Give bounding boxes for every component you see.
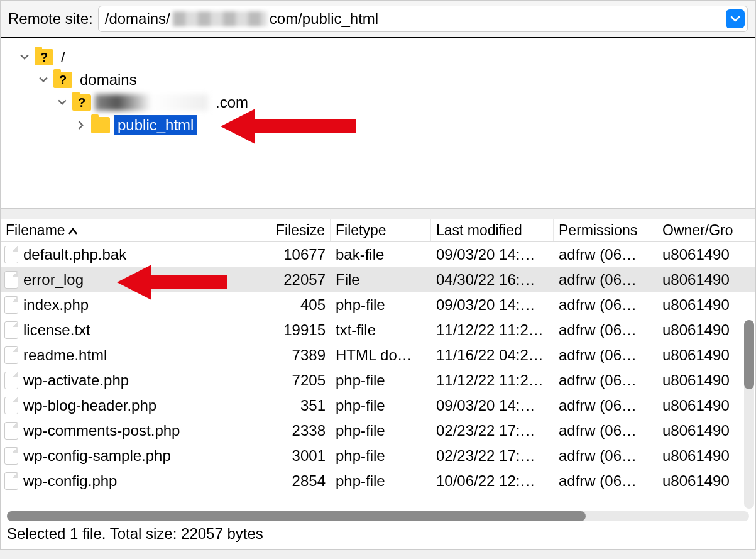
tree-node-root[interactable]: ? /: [6, 46, 750, 69]
file-type: php-file: [331, 296, 431, 314]
tree-node-public-html[interactable]: public_html: [6, 114, 750, 136]
file-name: default.php.bak: [23, 246, 126, 263]
file-icon: [4, 346, 18, 364]
file-permissions: adfrw (06…: [554, 321, 657, 339]
column-header-filetype[interactable]: Filetype: [331, 219, 431, 241]
file-size: 10677: [236, 246, 331, 263]
file-permissions: adfrw (06…: [554, 472, 657, 490]
file-row[interactable]: license.txt19915txt-file11/12/22 11:2…ad…: [1, 318, 755, 343]
file-icon: [4, 472, 18, 490]
file-owner: u8061490: [657, 346, 755, 364]
file-row[interactable]: error_log22057File04/30/22 16:…adfrw (06…: [1, 267, 755, 292]
file-icon: [4, 397, 18, 414]
file-row[interactable]: wp-comments-post.php2338php-file02/23/22…: [1, 418, 755, 443]
column-header-permissions[interactable]: Permissions: [554, 219, 657, 241]
file-type: txt-file: [331, 321, 431, 339]
file-owner: u8061490: [657, 472, 755, 490]
scrollbar-thumb[interactable]: [7, 511, 586, 521]
file-row[interactable]: wp-config-sample.php3001php-file02/23/22…: [1, 443, 755, 468]
file-icon: [4, 422, 18, 440]
file-modified: 04/30/22 16:…: [431, 271, 554, 289]
expander-icon[interactable]: [56, 96, 68, 109]
file-modified: 11/16/22 04:2…: [431, 346, 554, 364]
file-type: bak-file: [331, 246, 431, 263]
file-row[interactable]: wp-activate.php7205php-file11/12/22 11:2…: [1, 368, 755, 393]
file-permissions: adfrw (06…: [554, 397, 657, 414]
file-size: 2338: [236, 422, 331, 440]
redacted-domain: [173, 11, 267, 26]
file-owner: u8061490: [657, 246, 755, 263]
file-modified: 02/23/22 17:…: [431, 422, 554, 440]
panel-divider[interactable]: [1, 208, 755, 219]
column-header-filesize[interactable]: Filesize: [236, 219, 331, 241]
file-permissions: adfrw (06…: [554, 271, 657, 289]
expander-icon[interactable]: [37, 74, 50, 86]
folder-unknown-icon: ?: [53, 72, 72, 88]
redacted-domain-name: [95, 94, 208, 111]
file-icon: [4, 246, 18, 263]
expander-icon[interactable]: [18, 51, 31, 64]
folder-unknown-icon: ?: [35, 49, 53, 65]
chevron-down-icon: [730, 14, 740, 24]
vertical-scrollbar[interactable]: [744, 320, 754, 509]
folder-unknown-icon: ?: [72, 94, 91, 111]
tree-node-domains[interactable]: ? domains: [6, 69, 750, 91]
file-permissions: adfrw (06…: [554, 246, 657, 263]
file-permissions: adfrw (06…: [554, 372, 657, 389]
scrollbar-thumb[interactable]: [744, 320, 754, 389]
file-type: php-file: [331, 472, 431, 490]
file-icon: [4, 321, 18, 339]
remote-directory-tree[interactable]: ? / ? domains ? .com public_html: [1, 38, 755, 208]
file-name: wp-config-sample.php: [23, 447, 171, 465]
tree-node-domain[interactable]: ? .com: [6, 91, 750, 114]
file-type: File: [331, 271, 431, 289]
file-owner: u8061490: [657, 296, 755, 314]
file-name: wp-activate.php: [23, 372, 129, 389]
file-size: 7389: [236, 346, 331, 364]
file-owner: u8061490: [657, 447, 755, 465]
file-row[interactable]: wp-blog-header.php351php-file09/03/20 14…: [1, 393, 755, 418]
file-name: readme.html: [23, 346, 107, 364]
column-header-modified[interactable]: Last modified: [431, 219, 554, 241]
file-size: 351: [236, 397, 331, 414]
remote-site-label: Remote site:: [8, 10, 93, 28]
file-owner: u8061490: [657, 321, 755, 339]
remote-path-combo[interactable]: /domains/ com/public_html: [98, 6, 748, 32]
file-icon: [4, 271, 18, 289]
tree-label: /: [57, 47, 69, 67]
horizontal-scrollbar[interactable]: [7, 511, 749, 521]
file-type: php-file: [331, 372, 431, 389]
file-permissions: adfrw (06…: [554, 447, 657, 465]
folder-icon: [91, 117, 110, 133]
file-row[interactable]: default.php.bak10677bak-file09/03/20 14:…: [1, 242, 755, 267]
file-row[interactable]: wp-config.php2854php-file10/06/22 12:…ad…: [1, 468, 755, 494]
file-name: index.php: [23, 296, 89, 314]
path-prefix: /domains/: [105, 10, 170, 28]
file-owner: u8061490: [657, 397, 755, 414]
file-row-partial[interactable]: [1, 494, 755, 506]
tree-label-selected: public_html: [114, 115, 197, 135]
file-name: wp-comments-post.php: [23, 422, 180, 440]
column-headers: Filename Filesize Filetype Last modified…: [1, 219, 755, 242]
file-permissions: adfrw (06…: [554, 296, 657, 314]
tree-label: domains: [76, 70, 141, 90]
file-modified: 09/03/20 14:…: [431, 296, 554, 314]
file-permissions: adfrw (06…: [554, 422, 657, 440]
column-header-filename[interactable]: Filename: [1, 219, 236, 241]
file-modified: 09/03/20 14:…: [431, 397, 554, 414]
column-header-owner[interactable]: Owner/Gro: [657, 219, 755, 241]
file-size: 19915: [236, 321, 331, 339]
expander-icon[interactable]: [75, 119, 87, 131]
file-name: wp-blog-header.php: [23, 397, 156, 414]
file-modified: 02/23/22 17:…: [431, 447, 554, 465]
file-size: 22057: [236, 271, 331, 289]
file-size: 7205: [236, 372, 331, 389]
file-row[interactable]: index.php405php-file09/03/20 14:…adfrw (…: [1, 292, 755, 318]
path-dropdown-button[interactable]: [726, 9, 745, 28]
file-name: wp-config.php: [23, 472, 117, 490]
file-type: php-file: [331, 447, 431, 465]
file-icon: [4, 447, 18, 465]
file-row[interactable]: readme.html7389HTML do…11/16/22 04:2…adf…: [1, 343, 755, 368]
file-type: php-file: [331, 397, 431, 414]
file-modified: 10/06/22 12:…: [431, 472, 554, 490]
